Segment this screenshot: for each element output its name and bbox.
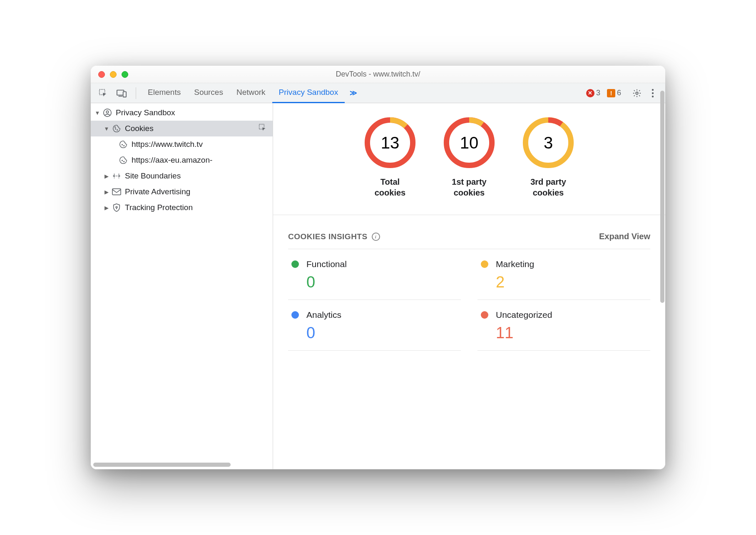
svg-point-4 xyxy=(636,92,638,94)
tree-origin-0[interactable]: https://www.twitch.tv xyxy=(91,136,273,152)
panel-body: ▼ Privacy Sandbox ▼ Cookies xyxy=(91,103,665,469)
boundaries-icon xyxy=(112,171,122,181)
tree-item-cookies[interactable]: ▼ Cookies xyxy=(91,121,273,136)
warning-count-value: 6 xyxy=(617,89,621,97)
stat-label: 1st party cookies xyxy=(452,176,486,198)
svg-rect-3 xyxy=(123,92,126,97)
warning-icon: ! xyxy=(607,89,615,97)
error-count[interactable]: ✕ 3 xyxy=(586,89,604,97)
stat-total-cookies: 13 Total cookies xyxy=(363,116,417,198)
window-controls xyxy=(98,71,128,78)
dot-icon xyxy=(291,260,299,268)
stat-value: 3 xyxy=(521,116,575,170)
chevron-down-icon: ▼ xyxy=(94,110,101,116)
tree-root-privacy-sandbox[interactable]: ▼ Privacy Sandbox xyxy=(91,105,273,121)
toolbar-divider xyxy=(136,87,136,99)
tree-origin-1[interactable]: https://aax-eu.amazon- xyxy=(91,152,273,168)
insight-label: Uncategorized xyxy=(496,310,552,320)
insights-title: COOKIES INSIGHTS i xyxy=(288,232,380,241)
sidebar: ▼ Privacy Sandbox ▼ Cookies xyxy=(91,103,273,469)
chevron-right-icon: ▶ xyxy=(103,173,110,179)
cookie-icon xyxy=(118,139,128,149)
window-title: DevTools - www.twitch.tv/ xyxy=(91,70,665,79)
insight-analytics[interactable]: Analytics 0 xyxy=(288,300,461,351)
stat-third-party-cookies: 3 3rd party cookies xyxy=(521,116,575,198)
envelope-icon xyxy=(112,187,122,197)
ring-first-party: 10 xyxy=(442,116,496,170)
error-count-value: 3 xyxy=(596,89,600,97)
panel-tabs: Elements Sources Network Privacy Sandbox… xyxy=(141,83,362,103)
devtools-toolbar: Elements Sources Network Privacy Sandbox… xyxy=(91,83,665,103)
insight-label: Analytics xyxy=(306,310,341,320)
tab-elements[interactable]: Elements xyxy=(141,83,187,103)
inspect-element-icon[interactable] xyxy=(97,87,110,100)
svg-point-10 xyxy=(115,129,116,129)
svg-point-16 xyxy=(122,160,123,161)
svg-point-14 xyxy=(122,144,123,145)
expand-view-button[interactable]: Expand View xyxy=(599,232,650,241)
close-window-button[interactable] xyxy=(98,71,105,78)
svg-point-9 xyxy=(106,111,109,113)
tab-privacy-sandbox[interactable]: Privacy Sandbox xyxy=(272,83,345,103)
stat-first-party-cookies: 10 1st party cookies xyxy=(442,116,496,198)
vertical-scrollbar[interactable] xyxy=(660,91,664,303)
cookie-icon xyxy=(118,155,128,165)
sidebar-horizontal-scrollbar[interactable] xyxy=(93,463,231,467)
svg-rect-18 xyxy=(112,189,121,195)
tree-item-private-advertising[interactable]: ▶ Private Advertising xyxy=(91,184,273,200)
tab-sources[interactable]: Sources xyxy=(187,83,230,103)
maximize-window-button[interactable] xyxy=(122,71,128,78)
main-panel: 13 Total cookies 10 xyxy=(273,103,665,469)
svg-point-19 xyxy=(116,206,117,208)
insight-value: 0 xyxy=(306,324,458,342)
svg-point-15 xyxy=(124,146,124,146)
minimize-window-button[interactable] xyxy=(110,71,117,78)
insight-label: Marketing xyxy=(496,259,534,269)
insight-uncategorized[interactable]: Uncategorized 11 xyxy=(477,300,650,351)
error-icon: ✕ xyxy=(586,89,594,97)
tree-item-tracking-protection[interactable]: ▶ Tracking Protection xyxy=(91,200,273,215)
insights-grid: Functional 0 Marketing 2 xyxy=(288,249,650,351)
insight-value: 0 xyxy=(306,273,458,291)
cookies-insights-section: COOKIES INSIGHTS i Expand View Functiona… xyxy=(273,215,665,359)
warning-count[interactable]: ! 6 xyxy=(607,89,625,97)
cookie-icon xyxy=(112,124,122,134)
insight-value: 2 xyxy=(496,273,647,291)
chevron-right-icon: ▶ xyxy=(103,205,110,211)
tree-label: Tracking Protection xyxy=(125,203,193,212)
svg-point-17 xyxy=(124,161,124,162)
stat-value: 10 xyxy=(442,116,496,170)
insight-marketing[interactable]: Marketing 2 xyxy=(477,249,650,300)
tree-label: Private Advertising xyxy=(125,187,190,196)
insight-functional[interactable]: Functional 0 xyxy=(288,249,461,300)
titlebar: DevTools - www.twitch.tv/ xyxy=(91,66,665,83)
tree-label: Cookies xyxy=(125,124,154,133)
insight-value: 11 xyxy=(496,324,647,342)
tabs-overflow-icon[interactable]: ≫ xyxy=(345,89,362,97)
device-toolbar-icon[interactable] xyxy=(115,87,128,100)
info-icon[interactable]: i xyxy=(372,233,380,241)
svg-point-7 xyxy=(652,95,654,97)
inspect-cookies-icon[interactable] xyxy=(259,124,267,134)
tree-label: https://aax-eu.amazon- xyxy=(132,156,212,165)
insight-label: Functional xyxy=(306,259,347,269)
svg-point-5 xyxy=(652,89,654,90)
chevron-down-icon: ▼ xyxy=(103,126,110,132)
toolbar-left xyxy=(94,87,131,100)
insights-header: COOKIES INSIGHTS i Expand View xyxy=(288,232,650,241)
svg-point-12 xyxy=(115,127,116,128)
stat-label: Total cookies xyxy=(375,176,405,198)
tree-item-site-boundaries[interactable]: ▶ Site Boundaries xyxy=(91,168,273,184)
devtools-window: DevTools - www.twitch.tv/ Elements Sour xyxy=(91,66,665,469)
kebab-menu-icon[interactable] xyxy=(646,87,659,100)
chevron-right-icon: ▶ xyxy=(103,189,110,195)
svg-point-6 xyxy=(652,92,654,94)
tree-label: Privacy Sandbox xyxy=(116,108,175,117)
tab-network[interactable]: Network xyxy=(230,83,272,103)
settings-gear-icon[interactable] xyxy=(630,87,644,100)
stat-label: 3rd party cookies xyxy=(530,176,566,198)
dot-icon xyxy=(481,311,488,319)
shield-lock-icon xyxy=(112,203,122,213)
tree-label: Site Boundaries xyxy=(125,171,181,181)
dot-icon xyxy=(291,311,299,319)
